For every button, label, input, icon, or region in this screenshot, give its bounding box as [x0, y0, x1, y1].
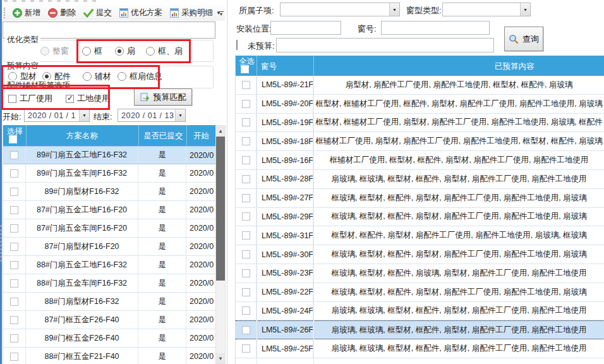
table-row[interactable]: 88#门框五金F21-F40是2020/0: [3, 348, 216, 364]
radio-auxiliary[interactable]: 辅材: [83, 71, 111, 82]
row-checkbox[interactable]: [242, 175, 250, 183]
col-header-budget-content[interactable]: 已预算内容: [495, 61, 535, 72]
table-row[interactable]: 87#门扇型材F16-F20是2020/0: [3, 238, 216, 256]
row-checkbox[interactable]: [242, 344, 250, 353]
row-checkbox[interactable]: [242, 194, 250, 202]
select-all-checkbox[interactable]: [241, 65, 249, 73]
row-checkbox[interactable]: [10, 188, 18, 196]
col-header-window-no[interactable]: 窗号: [261, 61, 277, 72]
col-header-plan-name[interactable]: 方案名称: [66, 131, 98, 142]
row-checkbox[interactable]: [10, 261, 18, 269]
row-checkbox[interactable]: [10, 151, 18, 159]
table-row[interactable]: LM5L-89#-23F21框玻璃, 框型材, 框配件, 扇玻璃, 扇型材, 扇…: [236, 264, 604, 283]
table-row[interactable]: LM5L-89#-24F22扇玻璃, 框玻璃, 框型材, 框配件, 扇型材, 扇…: [236, 302, 604, 321]
no-budget-input[interactable]: [276, 38, 494, 52]
row-checkbox[interactable]: [10, 334, 18, 343]
row-checkbox[interactable]: [242, 156, 250, 164]
no-budget-checkbox[interactable]: [236, 40, 238, 50]
table-row[interactable]: LM5L-89#-25F23扇玻璃, 框玻璃, 框型材, 框配件, 扇型材, 扇…: [236, 339, 604, 358]
submitted-cell: 是: [138, 147, 186, 164]
table-row[interactable]: LM5L-89#-30F28框玻璃, 框型材, 框配件, 扇型材, 扇配件工厂使…: [236, 245, 604, 264]
table-row[interactable]: LM5L-89#-18F16框辅材工厂使用, 扇型材, 扇配件工厂使用, 扇配件…: [236, 132, 604, 151]
chevron-down-icon[interactable]: ▼: [520, 3, 530, 16]
submitted-cell: 是: [138, 274, 186, 292]
row-checkbox[interactable]: [242, 326, 250, 334]
row-checkbox[interactable]: [10, 206, 18, 214]
scroll-down-button[interactable]: ▼: [216, 353, 225, 363]
toolbar-grip[interactable]: [4, 8, 6, 18]
delete-button[interactable]: 删除: [44, 6, 80, 20]
row-checkbox[interactable]: [242, 250, 250, 258]
radio-whole-window[interactable]: 整窗: [40, 46, 69, 57]
start-date-picker[interactable]: 2020 / 01 / 1 ▼: [24, 109, 90, 122]
radio-frame-sash-info[interactable]: 框扇信息: [118, 71, 162, 82]
table-row[interactable]: LM5L-89#-22F20框玻璃, 框型材, 框配件, 扇型材, 扇配件工厂使…: [236, 283, 604, 302]
row-checkbox[interactable]: [242, 212, 250, 221]
table-row[interactable]: 89#门扇五金车间F16-F32是2020/0: [3, 164, 216, 183]
end-date-picker[interactable]: 2020 / 01 / 13 ▼: [118, 109, 186, 122]
scrollbar-thumb[interactable]: [216, 136, 225, 281]
row-checkbox[interactable]: [10, 316, 18, 324]
query-button[interactable]: 查询: [504, 27, 543, 51]
row-checkbox[interactable]: [10, 353, 18, 361]
window-type-select[interactable]: ▼: [442, 3, 531, 16]
col-header-start[interactable]: 开始: [193, 131, 209, 142]
table-row[interactable]: LM5L-89#-31F29框型材, 框配件, 扇型材, 扇配件工厂使用, 扇配…: [236, 226, 604, 245]
table-row[interactable]: 89#门扇型材F16-F32是2020/0: [3, 183, 216, 201]
install-position-input[interactable]: [270, 21, 341, 35]
row-checkbox[interactable]: [242, 100, 250, 108]
table-row[interactable]: 88#门扇五金工地F16-F32是2020/0: [3, 256, 216, 274]
table-row[interactable]: 88#门扇五金车间F16-F32是2020/0: [3, 274, 216, 293]
radio-frame[interactable]: 框: [82, 46, 102, 57]
row-checkbox[interactable]: [10, 169, 18, 178]
table-row[interactable]: 89#门框五金F26-F40是2020/0: [3, 329, 216, 348]
row-checkbox[interactable]: [242, 118, 250, 126]
row-checkbox[interactable]: [10, 298, 18, 306]
chevron-down-icon[interactable]: ▼: [389, 3, 399, 16]
window-no-cell: LM5L-89#-18F16: [257, 132, 313, 150]
col-header-submitted[interactable]: 是否已提交: [143, 131, 183, 142]
window-no-cell: LM5L-89#-20F18: [257, 95, 313, 113]
table-row[interactable]: LM5L-89#-19F17框型材, 框辅材工厂使用, 扇型材, 扇配件工厂使用…: [236, 114, 604, 133]
row-checkbox[interactable]: [242, 306, 250, 315]
row-checkbox[interactable]: [10, 243, 18, 251]
table-row[interactable]: LM5L-89#-28F26扇玻璃, 框玻璃, 框型材, 框配件, 扇型材, 扇…: [236, 170, 604, 189]
row-checkbox[interactable]: [10, 224, 18, 233]
table-row[interactable]: LM5L-89#-20F18框型材, 框辅材工厂使用, 框配件, 扇型材, 扇配…: [236, 95, 604, 114]
radio-sash[interactable]: 扇: [115, 46, 135, 57]
plan-table-scrollbar[interactable]: ▲ ▼: [215, 125, 226, 364]
budget-match-button[interactable]: 预算匹配: [134, 88, 192, 106]
select-all-checkbox[interactable]: [9, 135, 17, 143]
row-checkbox[interactable]: [242, 231, 250, 240]
row-checkbox[interactable]: [242, 81, 250, 89]
row-checkbox[interactable]: [242, 288, 250, 296]
checkbox-icon[interactable]: [66, 95, 74, 103]
row-checkbox[interactable]: [10, 279, 18, 288]
window-no-input[interactable]: [381, 21, 490, 35]
scroll-up-button[interactable]: ▲: [216, 126, 225, 136]
submit-button[interactable]: 提交: [80, 6, 116, 20]
table-row[interactable]: 87#门扇五金车间F16-F20是2020/0: [3, 219, 216, 238]
chevron-down-icon[interactable]: ▼: [175, 109, 185, 121]
toolbar-overflow-button[interactable]: ▼: [217, 8, 226, 20]
sub-item-select[interactable]: ▼: [280, 3, 400, 16]
table-row[interactable]: LM5L-89#-16F15框辅材工厂使用, 框型材, 框配件, 扇型材, 扇配…: [236, 151, 604, 170]
table-row[interactable]: 87#门框五金F26-F40是2020/0: [3, 311, 216, 329]
table-row[interactable]: 88#门扇型材F16-F32是2020/0: [3, 293, 216, 311]
table-row[interactable]: LM5L-89#-26F24扇玻璃, 框玻璃, 框型材, 框配件, 扇型材, 扇…: [236, 320, 604, 339]
table-row[interactable]: LM5L-89#-21F19扇型材, 扇配件工厂使用, 扇配件工地使用, 框型材…: [236, 76, 604, 95]
factory-use-checkbox-item[interactable]: 工厂使用: [8, 93, 52, 104]
optimize-plan-button[interactable]: 优化方案: [116, 6, 166, 20]
plan-name-cell: 88#门扇型材F16-F32: [26, 293, 138, 310]
row-checkbox[interactable]: [242, 269, 250, 277]
table-row[interactable]: 87#门扇五金工地F16-F20是2020/0: [3, 201, 216, 219]
radio-frame-sash[interactable]: 框、扇: [146, 46, 183, 57]
chevron-down-icon[interactable]: ▼: [79, 109, 89, 121]
table-row[interactable]: LM5L-89#-29F27框玻璃, 框型材, 框配件, 扇型材, 扇配件工厂使…: [236, 208, 604, 227]
add-button[interactable]: 新增: [9, 6, 44, 20]
checkbox-icon[interactable]: [8, 95, 16, 103]
row-checkbox[interactable]: [242, 137, 250, 145]
table-row[interactable]: 89#门扇五金工地F16-F32是2020/0: [3, 146, 216, 164]
site-use-checkbox-item[interactable]: 工地使用: [66, 93, 110, 104]
table-row[interactable]: LM5L-89#-27F25框玻璃, 框型材, 框配件, 扇型材, 扇配件工厂使…: [236, 189, 604, 208]
